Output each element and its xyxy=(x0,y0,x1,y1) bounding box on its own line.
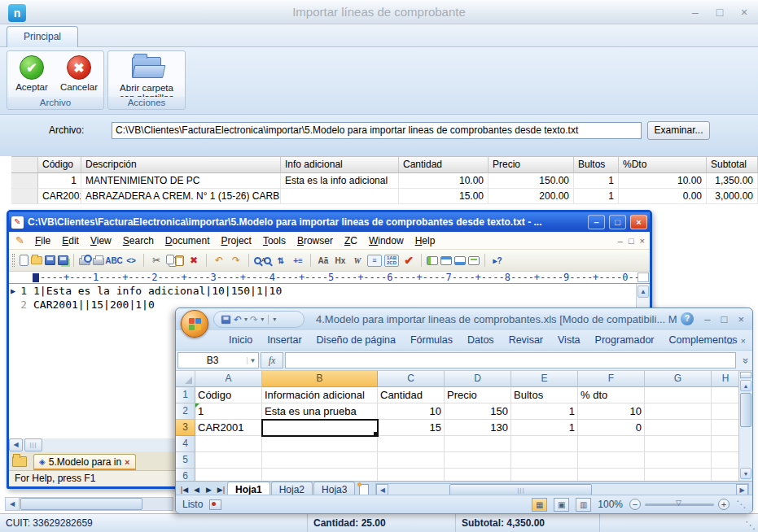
cell-f1[interactable]: % dto xyxy=(578,387,645,403)
menu-search[interactable]: Search xyxy=(117,232,160,250)
mdi-minimize-icon[interactable]: – xyxy=(618,236,623,246)
workbook-minimize-icon[interactable]: – xyxy=(716,336,721,346)
spell-check-icon[interactable]: ABC xyxy=(107,253,121,268)
col-codigo[interactable]: Código xyxy=(38,157,81,172)
empty-cell[interactable] xyxy=(262,452,378,469)
close-icon[interactable]: × xyxy=(738,6,750,19)
row-header-6[interactable]: 6 xyxy=(176,469,195,481)
normal-view-icon[interactable]: ▦ xyxy=(532,498,547,512)
cell-e1[interactable]: Bultos xyxy=(511,387,578,403)
formula-input[interactable] xyxy=(285,352,736,368)
scrollbar-thumb[interactable]: ||| xyxy=(449,484,592,495)
col-bultos[interactable]: Bultos xyxy=(574,157,619,172)
empty-cell[interactable] xyxy=(195,436,262,452)
find-icon[interactable] xyxy=(254,257,261,264)
word-wrap-icon[interactable]: W xyxy=(350,253,365,268)
col-header-g[interactable]: G xyxy=(645,371,712,387)
print-icon[interactable] xyxy=(93,258,104,265)
tab-diseno[interactable]: Diseño de página xyxy=(309,330,403,351)
undo-icon[interactable]: ↶ xyxy=(234,314,242,325)
zoom-level[interactable]: 100% xyxy=(598,499,623,510)
find-char-icon[interactable] xyxy=(264,257,271,264)
scroll-down-icon[interactable]: ▼ xyxy=(740,468,751,479)
replace-icon[interactable]: ⇅ xyxy=(274,253,288,268)
prev-sheet-icon[interactable]: ◀ xyxy=(191,486,203,494)
delete-icon[interactable]: ✖ xyxy=(186,253,201,268)
output-window-icon[interactable] xyxy=(427,256,438,265)
open-file-icon[interactable] xyxy=(31,256,42,264)
paste-icon[interactable] xyxy=(175,255,184,266)
menu-document[interactable]: Document xyxy=(160,232,216,250)
cell-d2[interactable]: 150 xyxy=(445,403,511,420)
empty-cell[interactable] xyxy=(445,452,511,469)
redo-dropdown-icon[interactable]: ▾ xyxy=(261,316,264,323)
scroll-left-icon[interactable]: ◀ xyxy=(376,484,388,495)
row-selector[interactable] xyxy=(11,189,38,204)
spreadsheet[interactable]: A B C D E F G H 1 Código Información adi… xyxy=(176,371,752,481)
examinar-button[interactable]: Examinar... xyxy=(647,121,710,140)
cell-f2[interactable]: 10 xyxy=(578,403,645,420)
menu-tools[interactable]: Tools xyxy=(257,232,291,250)
aceptar-button[interactable]: ✔ Aceptar xyxy=(9,55,55,92)
empty-cell[interactable] xyxy=(578,452,645,469)
cancelar-button[interactable]: ✖ Cancelar xyxy=(56,55,102,92)
cut-icon[interactable]: ✂ xyxy=(149,253,164,268)
empty-cell[interactable] xyxy=(511,452,578,469)
print-preview-icon[interactable] xyxy=(79,258,90,265)
splitter-handle[interactable]: ||| xyxy=(24,438,42,451)
menu-view[interactable]: View xyxy=(85,232,117,250)
table-row[interactable]: 1 MANTENIMIENTO DE PC Esta es la info ad… xyxy=(11,173,758,189)
sheet-vertical-scrollbar[interactable]: ▲ ▼ xyxy=(738,371,752,481)
minimize-icon[interactable]: – xyxy=(690,6,701,19)
save-icon[interactable] xyxy=(221,315,230,323)
split-handle[interactable] xyxy=(740,372,751,378)
mdi-close-icon[interactable]: × xyxy=(640,236,645,246)
col-header-c[interactable]: C xyxy=(378,371,445,387)
col-precio[interactable]: Precio xyxy=(489,157,574,172)
tab-formulas[interactable]: Fórmulas xyxy=(403,330,460,351)
cell-b2[interactable]: Esta es una prueba xyxy=(262,403,378,420)
cell-a1[interactable]: Código xyxy=(195,387,262,403)
scrollbar-split-box[interactable] xyxy=(638,273,649,282)
table-row[interactable]: CAR2001 ABRAZADERA A CREM. N° 1 (15-26) … xyxy=(11,189,758,204)
last-sheet-icon[interactable]: ▶| xyxy=(215,486,227,494)
scroll-up-icon[interactable]: ▲ xyxy=(638,286,649,298)
row-header-2[interactable]: 2 xyxy=(176,403,195,420)
zoom-slider[interactable]: ▽ xyxy=(645,504,714,506)
sort-icon[interactable]: +≡ xyxy=(291,253,305,268)
help-icon[interactable]: ? xyxy=(681,312,694,325)
close-tab-icon[interactable]: × xyxy=(125,457,129,467)
empty-cell[interactable] xyxy=(645,452,712,469)
empty-cell[interactable] xyxy=(645,469,712,481)
scroll-up-icon[interactable]: ▲ xyxy=(740,380,751,391)
next-sheet-icon[interactable]: ▶ xyxy=(203,486,215,494)
file-tab[interactable]: ◈ 5.Modelo para in × xyxy=(33,454,136,470)
tab-revisar[interactable]: Revisar xyxy=(502,330,550,351)
tag-list-icon[interactable] xyxy=(454,256,466,265)
maximize-icon[interactable]: □ xyxy=(714,6,725,19)
tab-inicio[interactable]: Inicio xyxy=(221,330,260,351)
cell-h1[interactable] xyxy=(712,387,740,403)
record-macro-icon[interactable] xyxy=(209,499,221,510)
tab-vista[interactable]: Vista xyxy=(550,330,588,351)
zoom-out-icon[interactable]: − xyxy=(629,499,641,510)
abrir-carpeta-button[interactable]: Abrir carpeta con plantillas xyxy=(112,55,182,102)
menu-edit[interactable]: Edit xyxy=(56,232,85,250)
row-header-5[interactable]: 5 xyxy=(176,452,195,469)
context-help-icon[interactable]: ▸? xyxy=(490,253,505,268)
name-box-dropdown-icon[interactable]: ▼ xyxy=(247,357,258,364)
syntax-check-icon[interactable]: ✔ xyxy=(401,253,416,268)
empty-cell[interactable] xyxy=(445,469,511,481)
new-file-icon[interactable] xyxy=(20,255,28,266)
script-window-icon[interactable] xyxy=(468,256,480,265)
hex-mode-icon[interactable]: Hx xyxy=(333,253,348,268)
col-descripcion[interactable]: Descripción xyxy=(81,157,281,172)
col-header-h[interactable]: H xyxy=(712,371,740,387)
undo-dropdown-icon[interactable]: ▾ xyxy=(244,316,248,323)
workbook-close-icon[interactable]: × xyxy=(741,336,746,346)
cell-b1[interactable]: Información adicional xyxy=(262,387,378,403)
col-header-b[interactable]: B xyxy=(262,371,378,387)
col-dto[interactable]: %Dto xyxy=(619,157,707,172)
font-icon[interactable]: Aã xyxy=(316,253,331,268)
empty-cell[interactable] xyxy=(378,436,445,452)
